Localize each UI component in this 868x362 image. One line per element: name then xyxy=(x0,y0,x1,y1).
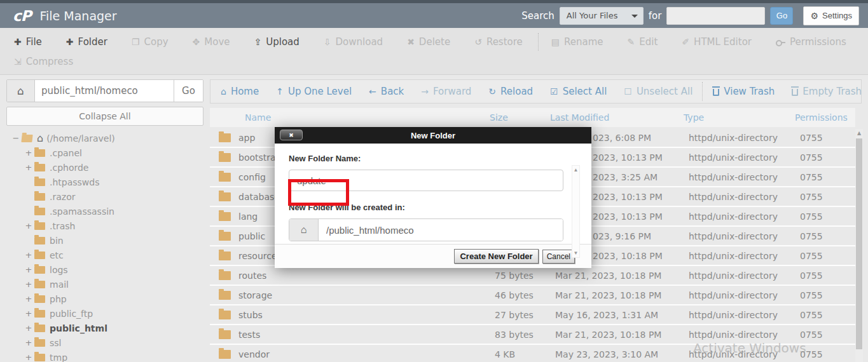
toolbar-button-html-editor[interactable]: ✐HTML Editor xyxy=(682,36,752,48)
file-last-modified: Mar 21, 2023, 10:18 PM xyxy=(550,290,684,300)
new-folder-name-input[interactable] xyxy=(289,170,563,191)
table-row-routes[interactable]: routes75 bytesMar 21, 2023, 10:18 PMhttp… xyxy=(210,266,855,285)
search-input[interactable] xyxy=(666,7,765,25)
top-header: cP File Manager Search All Your Files fo… xyxy=(0,0,868,28)
tree-expander-icon[interactable]: + xyxy=(24,279,33,289)
table-row-stubs[interactable]: stubs27 bytesMay 16, 2023, 1:31 AMhttpd/… xyxy=(210,305,855,324)
tree-item-ssl[interactable]: +ssl xyxy=(0,335,210,350)
download-icon: ⇩ xyxy=(324,37,331,47)
search-go-button[interactable]: Go xyxy=(770,7,793,25)
table-row-storage[interactable]: storage46 bytesMar 21, 2023, 10:18 PMhtt… xyxy=(210,286,855,304)
column-header-size[interactable]: Size xyxy=(490,112,550,123)
tree-expander-icon[interactable]: + xyxy=(24,309,33,318)
collapse-all-button[interactable]: Collapse All xyxy=(6,107,203,126)
folder-icon xyxy=(34,295,45,303)
toolbar-button-download[interactable]: ⇩Download xyxy=(324,36,383,48)
cancel-button[interactable]: Cancel xyxy=(542,250,575,264)
path-go-button[interactable]: Go xyxy=(174,80,203,102)
table-row-vendor[interactable]: vendor4 KBMay 23, 2023, 3:10 AMhttpd/uni… xyxy=(210,345,855,362)
file-type: httpd/unix-directory xyxy=(684,290,795,300)
restore-icon: ↺ xyxy=(474,37,482,47)
toolbar-button-file[interactable]: ✚File xyxy=(14,36,42,48)
nav-button-unselect-all[interactable]: ☐Unselect All xyxy=(624,86,692,97)
column-header-name[interactable]: Name xyxy=(210,112,490,123)
file-last-modified: May 16, 2023, 1:31 AM xyxy=(550,310,684,320)
tree-expander-icon[interactable]: + xyxy=(24,148,33,158)
search-scope-select[interactable]: All Your Files xyxy=(560,7,644,25)
column-header-permissions[interactable]: Permissions xyxy=(795,112,855,123)
tree-item--cpanel[interactable]: +.cpanel xyxy=(0,145,210,160)
tree-expander-icon[interactable]: + xyxy=(24,163,33,172)
nav-button-empty-trash[interactable]: Empty Trash xyxy=(792,86,862,97)
tree-item-public-html[interactable]: +public_html xyxy=(0,321,210,335)
modal-close-button[interactable]: ✖ xyxy=(280,130,303,140)
file-type: httpd/unix-directory xyxy=(684,310,795,320)
toolbar-button-compress[interactable]: ⇲Compress xyxy=(14,56,73,67)
tree-item--trash[interactable]: +.trash xyxy=(0,218,210,233)
nav-button-view-trash[interactable]: View Trash xyxy=(713,86,775,97)
tree-item--razor[interactable]: .razor xyxy=(0,189,210,204)
file-type: httpd/unix-directory xyxy=(684,271,795,281)
file-permissions: 0755 xyxy=(795,152,855,163)
tree-expander-icon[interactable]: + xyxy=(24,323,33,333)
nav-button-forward[interactable]: →Forward xyxy=(421,86,471,97)
nav-button-up-one-level[interactable]: ↑Up One Level xyxy=(276,86,352,97)
nav-button-label: Home xyxy=(231,86,259,97)
toolbar-button-label: Folder xyxy=(78,36,107,48)
tree-item--home-laravel-[interactable]: −⌂(/home/laravel) xyxy=(0,131,210,145)
tree-expander-icon[interactable]: + xyxy=(24,352,33,362)
scrollbar-thumb[interactable] xyxy=(856,138,862,349)
table-row-tests[interactable]: tests83 bytesMar 21, 2023, 10:18 PMhttpd… xyxy=(210,325,855,344)
toolbar-button-edit[interactable]: ✎Edit xyxy=(628,36,658,48)
tree-item--htpasswds[interactable]: .htpasswds xyxy=(0,175,210,189)
tree-item--spamassassin[interactable]: .spamassassin xyxy=(0,204,210,218)
toolbar-button-move[interactable]: ✥Move xyxy=(193,36,230,48)
modal-scrollbar[interactable]: ▲ ▼ xyxy=(572,165,580,258)
folder-icon xyxy=(34,237,45,245)
nav-button-select-all[interactable]: ☑Select All xyxy=(550,86,607,97)
toolbar-button-upload[interactable]: ⇪Upload xyxy=(254,36,300,48)
tree-expander-icon[interactable]: + xyxy=(24,265,33,274)
tree-item--cphorde[interactable]: +.cphorde xyxy=(0,160,210,175)
tree-item-etc[interactable]: +etc xyxy=(0,248,210,262)
toolbar-button-restore[interactable]: ↺Restore xyxy=(474,36,523,48)
scroll-down-icon[interactable]: ▼ xyxy=(572,249,579,257)
modal-footer: Create New Folder Cancel xyxy=(275,244,591,268)
tree-item-bin[interactable]: bin xyxy=(0,233,210,248)
nav-button-reload[interactable]: ↻Reload xyxy=(488,86,533,97)
tree-expander-icon[interactable]: + xyxy=(24,250,33,260)
trash-icon xyxy=(713,89,719,96)
column-header-last-modified[interactable]: Last Modified xyxy=(550,112,684,123)
tree-expander-icon[interactable]: + xyxy=(24,294,33,304)
toolbar-button-folder[interactable]: ✚Folder xyxy=(66,36,107,48)
table-scrollbar[interactable]: ▲ xyxy=(855,129,863,362)
toolbar-button-copy[interactable]: ❐Copy xyxy=(132,36,169,48)
toolbar-button-delete[interactable]: ✖Delete xyxy=(407,36,450,48)
tree-expander-icon[interactable]: − xyxy=(11,133,20,143)
toolbar-button-label: File xyxy=(26,36,42,48)
tree-item-php[interactable]: +php xyxy=(0,292,210,306)
nav-separator xyxy=(702,82,703,101)
tree-item-public-ftp[interactable]: +public_ftp xyxy=(0,306,210,321)
action-toolbar: ✚File✚Folder❐Copy✥Move⇪Upload⇩Download✖D… xyxy=(0,28,868,75)
tree-item-tmp[interactable]: +tmp xyxy=(0,350,210,362)
nav-button-home[interactable]: ⌂Home xyxy=(221,86,259,97)
toolbar-button-label: Download xyxy=(336,36,383,48)
settings-button[interactable]: ⚙ Settings xyxy=(803,6,859,25)
column-header-type[interactable]: Type xyxy=(684,112,795,123)
scroll-up-icon[interactable]: ▲ xyxy=(572,166,579,174)
toolbar-button-rename[interactable]: ▤Rename xyxy=(551,36,603,48)
path-input[interactable] xyxy=(35,80,174,102)
path-home-button[interactable]: ⌂ xyxy=(7,80,35,102)
tree-item-logs[interactable]: +logs xyxy=(0,262,210,277)
new-folder-location-input[interactable] xyxy=(319,219,563,241)
toolbar-button-permissions[interactable]: Permissions xyxy=(776,36,846,48)
toolbar-separator xyxy=(538,33,539,51)
scroll-up-icon[interactable]: ▲ xyxy=(855,129,863,138)
tree-expander-icon[interactable]: + xyxy=(24,338,33,347)
tree-item-label: public_html xyxy=(50,323,107,333)
tree-expander-icon[interactable]: + xyxy=(24,221,33,231)
nav-button-back[interactable]: ←Back xyxy=(369,86,404,97)
tree-item-mail[interactable]: +mail xyxy=(0,277,210,292)
create-new-folder-button[interactable]: Create New Folder xyxy=(454,249,538,264)
